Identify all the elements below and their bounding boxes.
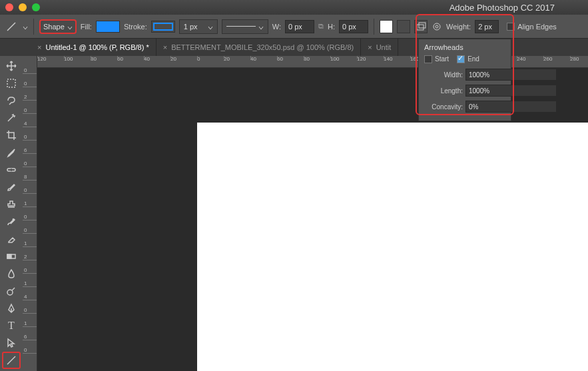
chevron-down-icon bbox=[208, 24, 213, 29]
window-controls bbox=[0, 3, 40, 11]
ruler-tick: 80 bbox=[91, 56, 97, 62]
ruler-tick: 6 bbox=[23, 334, 37, 340]
end-checkbox[interactable]: End bbox=[457, 55, 479, 63]
pen-tool-icon[interactable] bbox=[2, 300, 21, 317]
ruler-tick: 0 bbox=[197, 56, 200, 62]
arrow-width-input[interactable] bbox=[465, 69, 557, 81]
gradient-tool-icon[interactable] bbox=[2, 248, 21, 265]
checkbox-icon bbox=[507, 23, 515, 31]
end-label: End bbox=[467, 55, 479, 63]
arrow-length-input[interactable] bbox=[465, 85, 557, 97]
brush-tool-icon[interactable] bbox=[2, 179, 21, 196]
checkbox-icon bbox=[424, 55, 432, 63]
stroke-style-dropdown[interactable] bbox=[222, 19, 268, 34]
move-tool-icon[interactable] bbox=[2, 57, 21, 75]
maximize-window-button[interactable] bbox=[32, 3, 40, 11]
tool-preset-chevron-icon[interactable] bbox=[23, 24, 28, 29]
wand-tool-icon[interactable] bbox=[2, 109, 21, 127]
ruler-tick: 0 bbox=[23, 348, 37, 354]
start-checkbox[interactable]: Start bbox=[424, 55, 449, 63]
type-tool-icon[interactable]: T bbox=[2, 317, 21, 334]
ruler-tick: 100 bbox=[330, 56, 339, 62]
tab-close-icon[interactable]: × bbox=[163, 43, 167, 51]
path-ops-button[interactable] bbox=[380, 20, 393, 33]
stroke-swatch[interactable] bbox=[151, 21, 175, 33]
ruler-tick: 40 bbox=[144, 56, 150, 62]
options-bar: Shape Fill: Stroke: 1 px W: ⧉ H: Weight:… bbox=[0, 15, 588, 39]
dodge-tool-icon[interactable] bbox=[2, 282, 21, 300]
ruler-tick: 1 bbox=[23, 201, 37, 207]
title-bar: Adobe Photoshop CC 2017 bbox=[0, 0, 588, 15]
ruler-tick: 60 bbox=[117, 56, 123, 62]
line-tool-icon[interactable] bbox=[4, 19, 19, 34]
fill-label: Fill: bbox=[81, 23, 92, 31]
healing-tool-icon[interactable] bbox=[2, 161, 21, 179]
height-input[interactable] bbox=[339, 20, 368, 33]
ruler-tick: 120 bbox=[37, 56, 46, 62]
tab-close-icon[interactable]: × bbox=[368, 43, 372, 51]
eyedropper-tool-icon[interactable] bbox=[2, 144, 21, 161]
document-canvas[interactable] bbox=[197, 123, 588, 371]
stroke-width-dropdown[interactable]: 1 px bbox=[179, 19, 218, 34]
ruler-tick: 100 bbox=[64, 56, 73, 62]
vertical-ruler: 0020406080100120140160 bbox=[23, 56, 37, 371]
tab-untitled[interactable]: × Untitled-1 @ 100% (P, RGB/8) * bbox=[31, 39, 156, 56]
ruler-tick: 4 bbox=[23, 294, 37, 300]
popup-title: Arrowheads bbox=[424, 43, 505, 51]
blur-tool-icon[interactable] bbox=[2, 265, 21, 282]
ruler-tick: 280 bbox=[570, 56, 579, 62]
link-icon[interactable]: ⧉ bbox=[318, 22, 324, 31]
tab-label: Untit bbox=[376, 43, 392, 51]
stroke-width-value: 1 px bbox=[184, 23, 198, 31]
app-title: Adobe Photoshop CC 2017 bbox=[449, 3, 555, 13]
minimize-window-button[interactable] bbox=[19, 3, 27, 11]
ruler-tick: 0 bbox=[23, 268, 37, 274]
tab-untitled-2[interactable]: × Untit bbox=[361, 39, 398, 56]
svg-point-9 bbox=[7, 290, 13, 295]
ruler-tick: 140 bbox=[384, 56, 392, 62]
crop-tool-icon[interactable] bbox=[2, 127, 21, 144]
path-select-tool-icon[interactable] bbox=[2, 334, 21, 352]
divider bbox=[33, 19, 34, 35]
close-window-button[interactable] bbox=[5, 3, 13, 11]
arrow-concavity-input[interactable] bbox=[465, 101, 557, 113]
path-align-button[interactable] bbox=[397, 20, 410, 33]
ruler-tick: 0 bbox=[23, 81, 37, 87]
ruler-tick: 0 bbox=[23, 308, 37, 314]
svg-rect-2 bbox=[419, 23, 426, 28]
weight-label: Weight: bbox=[446, 23, 471, 31]
tab-label: Untitled-1 @ 100% (P, RGB/8) * bbox=[45, 43, 148, 51]
svg-point-3 bbox=[434, 23, 440, 30]
ruler-tick: 120 bbox=[357, 56, 366, 62]
chevron-down-icon bbox=[258, 24, 264, 29]
stamp-tool-icon[interactable] bbox=[2, 196, 21, 213]
width-input[interactable] bbox=[285, 20, 314, 33]
ruler-tick: 240 bbox=[517, 56, 525, 62]
tool-mode-label: Shape bbox=[43, 23, 65, 31]
history-brush-tool-icon[interactable] bbox=[2, 213, 21, 230]
align-edges-checkbox[interactable]: Align Edges bbox=[507, 23, 557, 31]
tool-mode-dropdown[interactable]: Shape bbox=[39, 19, 77, 34]
ruler-tick: 1 bbox=[23, 321, 37, 327]
svg-line-10 bbox=[7, 356, 15, 364]
stroke-line-sample bbox=[226, 26, 256, 27]
height-label: H: bbox=[328, 23, 335, 31]
fill-swatch[interactable] bbox=[96, 21, 120, 33]
ruler-tick: 20 bbox=[224, 56, 230, 62]
svg-point-4 bbox=[436, 25, 438, 28]
ruler-tick: 0 bbox=[23, 108, 37, 114]
gear-icon[interactable] bbox=[432, 21, 442, 32]
eraser-tool-icon[interactable] bbox=[2, 230, 21, 248]
tab-close-icon[interactable]: × bbox=[37, 43, 41, 51]
ruler-tick: 80 bbox=[304, 56, 310, 62]
ruler-tick: 4 bbox=[23, 121, 37, 127]
weight-input[interactable] bbox=[475, 20, 499, 33]
marquee-tool-icon[interactable] bbox=[2, 75, 21, 92]
line-shape-tool-icon[interactable] bbox=[2, 352, 21, 369]
ruler-tick: 0 bbox=[23, 188, 37, 194]
lasso-tool-icon[interactable] bbox=[2, 92, 21, 109]
width-label: Width: bbox=[424, 71, 463, 79]
start-label: Start bbox=[435, 55, 449, 63]
tab-betterment[interactable]: × BETTERMENT_MOBILE_320x50.psd @ 100% (R… bbox=[156, 39, 361, 56]
path-arrange-button[interactable] bbox=[414, 20, 428, 33]
